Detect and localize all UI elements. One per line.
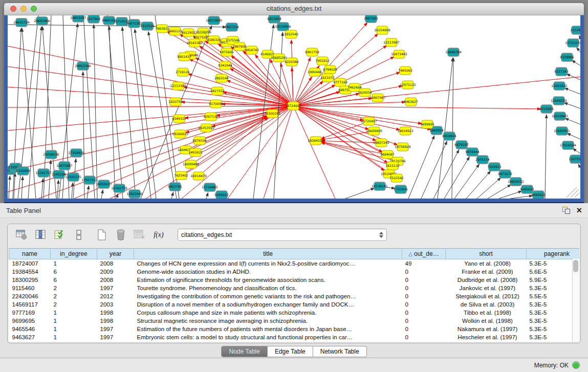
row-checks-button[interactable] [53,228,67,242]
graph-node-label: 1615132 [385,164,400,167]
tab-edge-table[interactable]: Edge Table [268,346,313,357]
graph-edge[interactable] [94,25,97,199]
graph-edge[interactable] [444,157,469,199]
graph-edge[interactable] [298,106,541,109]
column-header-title[interactable]: title [134,249,402,259]
network-canvas[interactable]: 2405572420691406106532871527602846616010… [8,15,580,199]
table-row[interactable]: 1938455462009Genome-wide association stu… [9,268,580,276]
tab-network-table[interactable]: Network Table [313,346,367,357]
float-panel-icon[interactable] [562,207,570,214]
graph-edge[interactable] [454,164,480,199]
table-row[interactable]: 946362711997Embryonic stem cells: a mode… [9,333,580,341]
graph-node-label: 1621072 [320,76,335,79]
graph-edge[interactable] [8,106,289,151]
graph-edge[interactable] [135,29,156,199]
close-window-button[interactable] [10,6,16,12]
graph-edge[interactable] [477,178,501,199]
graph-edge[interactable] [297,108,388,163]
graph-edge[interactable] [8,106,289,107]
graph-edge[interactable] [101,190,103,199]
graph-edge[interactable] [573,148,580,154]
graph-edge[interactable] [171,192,173,199]
table-chooser-dropdown[interactable]: citations_edges.txt [178,229,387,241]
table-cell: 2 [51,292,97,300]
minimize-window-button[interactable] [20,6,27,12]
graph-edge[interactable] [9,176,10,199]
graph-edge[interactable] [564,103,580,108]
table-row[interactable]: 911546021997Tourette syndrome. Phenomeno… [9,284,580,292]
delete-table-button[interactable] [133,228,147,242]
graph-edge[interactable] [321,141,377,142]
stacked-rows-button[interactable] [72,228,86,242]
zoom-window-button[interactable] [31,6,37,12]
graph-edge[interactable] [155,15,179,199]
graph-edge[interactable] [488,185,511,199]
graph-edge[interactable] [298,107,369,129]
table-row[interactable]: 969969511998Structural magnetic resonanc… [9,317,580,325]
scrollbar-thumb[interactable] [573,260,578,272]
graph-node-label: 17359928 [68,151,84,155]
graph-node-label: 9699695 [420,122,434,126]
graph-node-label: 10807487 [369,96,386,99]
window-controls [10,6,37,12]
graph-node-label: 2867608 [232,45,247,48]
table-cell: 1 [51,333,97,341]
table-cell: 1998 [97,309,134,317]
graph-edge[interactable] [452,58,453,199]
graph-edge[interactable] [567,133,580,139]
new-column-button[interactable] [95,228,109,242]
function-builder-button[interactable]: f(x) [151,228,166,242]
graph-edge[interactable] [57,180,58,199]
show-columns-button[interactable] [34,228,48,242]
graph-edge[interactable] [578,164,580,168]
graph-edge[interactable] [72,183,73,199]
column-header-name[interactable]: name [9,249,51,259]
table-cell: Jankovic et al. (1997) [446,284,527,292]
graph-edge[interactable] [295,110,335,199]
graph-edge[interactable] [87,186,89,199]
graph-edge[interactable] [148,32,177,199]
table-row[interactable]: 2242004622012Investigating the contribut… [9,292,580,300]
graph-edge[interactable] [117,194,118,199]
citation-network-graph[interactable]: 2405572420691406106532871527602846616010… [8,15,580,199]
tab-node-table[interactable]: Node Table [221,346,268,357]
canvas-resize-grip[interactable] [567,187,580,198]
graph-edge[interactable] [579,35,580,38]
graph-edge[interactable] [433,150,459,199]
graph-edge[interactable] [291,40,293,101]
graph-edge[interactable] [577,48,580,52]
graph-node-label: 8267130 [204,115,218,118]
graph-node-label: 7462664 [347,85,362,89]
table-row[interactable]: 1830029562008Estimation of significance … [9,276,580,284]
table-row[interactable]: 1872400712008Changes of HCN gene express… [9,259,580,268]
table-mode-button[interactable] [15,228,29,242]
graph-edge[interactable] [510,195,533,199]
graph-edge[interactable] [8,67,289,105]
table-row[interactable]: 977716911998Corpus callosum shape and si… [9,309,580,317]
graph-edge[interactable] [421,141,447,199]
graph-edge[interactable] [545,115,547,199]
graph-edge[interactable] [565,118,580,124]
graph-edge[interactable] [466,171,491,199]
table-row[interactable]: 946554611997Estimation of the future num… [9,325,580,333]
graph-edge[interactable] [206,192,208,199]
table-scrollbar[interactable] [572,259,579,342]
graph-edge[interactable] [122,27,136,199]
graph-edge[interactable] [572,60,580,65]
graph-edge[interactable] [345,188,375,199]
column-header-in_degree[interactable]: in_degree [51,249,97,259]
graph-edge[interactable] [408,136,434,199]
table-cell: 5.5E-5 [527,292,580,300]
delete-column-button[interactable] [114,228,128,242]
table-row[interactable]: 1456911722003Disruption of a novel membe… [9,300,580,309]
close-panel-icon[interactable]: × [576,207,582,214]
graph-node-label: 8912955 [181,31,195,34]
column-header-out_de[interactable]: △out_de… [402,249,446,259]
graph-edge[interactable] [564,88,580,94]
window-titlebar[interactable]: citations_edges.txt [4,3,584,15]
column-header-pagerank[interactable]: pagerank [527,249,580,259]
column-header-year[interactable]: year [97,249,134,259]
graph-node-label: 1875685 [220,50,234,54]
column-header-short[interactable]: short [446,249,527,259]
table-cell: 5.6E-5 [527,268,580,276]
